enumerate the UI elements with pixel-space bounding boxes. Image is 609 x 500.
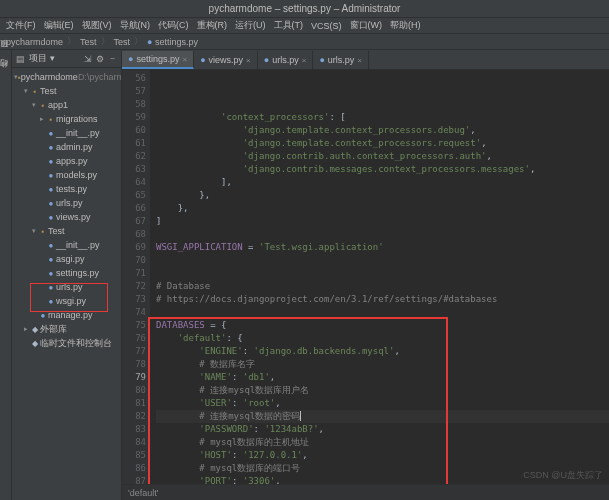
close-icon[interactable]: × [302,56,307,65]
py-icon: ● [46,269,56,278]
tree-twisty-icon[interactable]: ▸ [38,115,46,123]
menu-item[interactable]: 文件(F) [4,19,38,32]
line-number: 80 [122,384,146,397]
code-line[interactable] [156,306,609,319]
code-line[interactable]: 'django.template.context_processors.requ… [156,137,609,150]
code-breadcrumb[interactable]: 'default' [122,484,609,500]
tree-row[interactable]: ● urls.py [12,196,121,210]
menu-bar: 文件(F)编辑(E)视图(V)导航(N)代码(C)重构(R)运行(U)工具(T)… [0,18,609,34]
line-gutter: 5657585960616263646566676869707172737475… [122,70,150,484]
sidebar-title: 项目 ▾ [29,52,55,65]
menu-item[interactable]: 视图(V) [80,19,114,32]
code-line[interactable]: # mysql数据库的主机地址 [156,436,609,449]
tree-row[interactable]: ▾▪ Test [12,84,121,98]
code-line[interactable]: ], [156,176,609,189]
menu-item[interactable]: 窗口(W) [348,19,385,32]
code-line[interactable]: 'django.template.context_processors.debu… [156,124,609,137]
tree-row[interactable]: ● tests.py [12,182,121,196]
tree-row[interactable]: ● settings.py [12,266,121,280]
code-line[interactable]: 'context_processors': [ [156,111,609,124]
tree-twisty-icon[interactable]: ▾ [30,101,38,109]
tree-row[interactable]: ▸◆ 外部库 [12,322,121,336]
menu-item[interactable]: 运行(U) [233,19,268,32]
code-editor[interactable]: 5657585960616263646566676869707172737475… [122,70,609,484]
tree-row[interactable]: ▾▪ app1 [12,98,121,112]
code-line[interactable]: 'USER': 'root', [156,397,609,410]
code-line[interactable]: 'NAME': 'db1', [156,371,609,384]
tree-row[interactable]: ● urls.py [12,280,121,294]
tree-row[interactable]: ● models.py [12,168,121,182]
code-line[interactable] [156,228,609,241]
code-line[interactable]: }, [156,189,609,202]
code-line[interactable] [156,254,609,267]
tree-row[interactable]: ● asgi.py [12,252,121,266]
menu-item[interactable]: 编辑(E) [42,19,76,32]
editor-tab[interactable]: ●urls.py× [313,51,369,69]
line-number: 63 [122,163,146,176]
tree-row[interactable]: ● admin.py [12,140,121,154]
code-line[interactable]: 'django.contrib.auth.context_processors.… [156,150,609,163]
code-line[interactable]: 'HOST': '127.0.0.1', [156,449,609,462]
tree-label: views.py [56,212,91,222]
tool-strip-left: 项目结构 [0,50,12,500]
tree-row[interactable]: ● apps.py [12,154,121,168]
tree-row[interactable]: ● __init__.py [12,238,121,252]
menu-item[interactable]: 导航(N) [118,19,153,32]
breadcrumb-part[interactable]: Test [114,37,131,47]
code-line[interactable]: # 连接mysql数据的密码 [156,410,609,423]
breadcrumb-part[interactable]: Test [80,37,97,47]
tree-row[interactable]: ◆ 临时文件和控制台 [12,336,121,350]
code-line[interactable]: # 数据库名字 [156,358,609,371]
tree-label: urls.py [56,198,83,208]
menu-item[interactable]: 帮助(H) [388,19,423,32]
tree-label: tests.py [56,184,87,194]
sidebar-header[interactable]: ▤ 项目 ▾ ⇲ ⚙ － [12,50,121,68]
gear-icon[interactable]: ⚙ [96,54,104,64]
breadcrumb-file[interactable]: ● settings.py [147,37,198,47]
code-line[interactable]: # 连接mysql数据库用户名 [156,384,609,397]
menu-item[interactable]: VCS(S) [309,21,344,31]
hide-icon[interactable]: － [108,52,117,65]
code-line[interactable]: ] [156,215,609,228]
tree-row[interactable]: ● wsgi.py [12,294,121,308]
code-line[interactable]: 'ENGINE': 'django.db.backends.mysql', [156,345,609,358]
editor-tab[interactable]: ●views.py× [194,51,258,69]
close-icon[interactable]: × [357,56,362,65]
code-line[interactable]: WSGI_APPLICATION = 'Test.wsgi.applicatio… [156,241,609,254]
menu-item[interactable]: 重构(R) [195,19,230,32]
tree-twisty-icon[interactable]: ▾ [22,87,30,95]
code-line[interactable]: }, [156,202,609,215]
tree-row[interactable]: ▸▪ migrations [12,112,121,126]
close-icon[interactable]: × [246,56,251,65]
code-line[interactable] [156,267,609,280]
tree-row[interactable]: ● views.py [12,210,121,224]
code-line[interactable]: 'default': { [156,332,609,345]
tree-twisty-icon[interactable]: ▸ [22,325,30,333]
tree-row[interactable]: ● manage.py [12,308,121,322]
code-line[interactable]: 'django.contrib.messages.context_process… [156,163,609,176]
menu-item[interactable]: 代码(C) [156,19,191,32]
project-tree[interactable]: ▾▪ pycharmdome D:\pycharmdome▾▪ Test▾▪ a… [12,68,121,500]
collapse-icon[interactable]: ⇲ [84,54,92,64]
code-line[interactable]: # Database [156,280,609,293]
editor-tabs: ●settings.py×●views.py×●urls.py×●urls.py… [122,50,609,70]
code-line[interactable]: 'PASSWORD': '1234abB?', [156,423,609,436]
line-number: 73 [122,293,146,306]
code-line[interactable]: # https://docs.djangoproject.com/en/3.1/… [156,293,609,306]
tree-row[interactable]: ▾▪ pycharmdome D:\pycharmdome [12,70,121,84]
editor-tab[interactable]: ●settings.py× [122,51,194,69]
tree-row[interactable]: ▾▪ Test [12,224,121,238]
tree-label: admin.py [56,142,93,152]
breadcrumb-part[interactable]: pycharmdome [6,37,63,47]
tree-label: __init__.py [56,128,100,138]
code-content[interactable]: 'context_processors': [ 'django.template… [150,70,609,484]
tree-row[interactable]: ● __init__.py [12,126,121,140]
menu-item[interactable]: 工具(T) [272,19,306,32]
code-line[interactable]: DATABASES = { [156,319,609,332]
close-icon[interactable]: × [182,55,187,64]
editor-tab[interactable]: ●urls.py× [258,51,314,69]
tree-label: apps.py [56,156,88,166]
dir-icon: ▪ [38,101,48,110]
tree-twisty-icon[interactable]: ▾ [30,227,38,235]
py-icon: ● [46,185,56,194]
